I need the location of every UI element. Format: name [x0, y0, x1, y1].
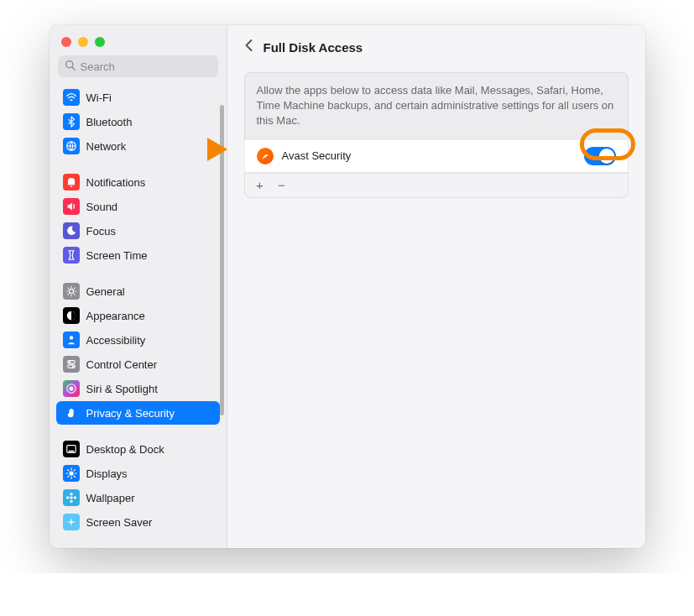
screen-time-icon — [63, 247, 80, 264]
search-icon — [65, 59, 76, 74]
description-text: Allow the apps below to access data like… — [244, 72, 629, 139]
back-button[interactable] — [244, 39, 253, 55]
control-center-icon — [63, 356, 80, 373]
sidebar-item-label: Appearance — [86, 310, 145, 322]
sidebar-item-displays[interactable]: Displays — [56, 462, 220, 485]
sidebar-item-wifi[interactable]: Wi-Fi — [56, 86, 220, 109]
sidebar-item-label: Sound — [86, 201, 118, 213]
svg-point-11 — [69, 386, 73, 390]
sidebar-item-general[interactable]: General — [56, 279, 220, 303]
list-footer: + − — [244, 173, 629, 198]
desktop-dock-icon — [63, 441, 80, 457]
svg-point-9 — [71, 365, 73, 367]
sidebar-item-label: Wallpaper — [86, 492, 135, 504]
appearance-icon — [63, 307, 80, 324]
sidebar-item-control-center[interactable]: Control Center — [56, 352, 220, 376]
main-pane: Full Disk Access Allow the apps below to… — [227, 25, 645, 548]
svg-point-25 — [70, 500, 73, 504]
general-icon — [63, 283, 80, 300]
sidebar-item-label: Control Center — [86, 358, 158, 371]
sidebar-item-privacy[interactable]: Privacy & Security — [56, 401, 220, 425]
svg-line-21 — [67, 476, 68, 477]
svg-point-23 — [70, 496, 73, 499]
svg-point-27 — [73, 496, 76, 499]
minimize-window-button[interactable] — [78, 37, 88, 47]
window-controls — [50, 25, 227, 55]
svg-point-24 — [70, 493, 73, 496]
wifi-icon — [63, 89, 80, 106]
sidebar-item-network[interactable]: Network — [56, 134, 220, 158]
app-row-avast[interactable]: Avast Security — [244, 139, 629, 173]
sidebar-item-label: Network — [86, 140, 127, 153]
search-field[interactable] — [58, 55, 218, 77]
svg-point-26 — [65, 496, 69, 499]
sound-icon — [63, 198, 80, 215]
screensaver-icon — [63, 514, 80, 530]
sidebar-item-label: Desktop & Dock — [86, 443, 164, 456]
svg-line-20 — [74, 476, 75, 477]
main-header: Full Disk Access — [227, 25, 645, 65]
search-input[interactable] — [81, 60, 211, 73]
sidebar-item-label: Displays — [86, 467, 128, 480]
sidebar-item-wallpaper[interactable]: Wallpaper — [56, 486, 220, 509]
sidebar-item-label: General — [86, 285, 125, 298]
page-title: Full Disk Access — [264, 40, 363, 55]
sidebar-list[interactable]: Wi-FiBluetoothNetworkNotificationsSoundF… — [50, 86, 227, 548]
network-icon — [63, 138, 80, 154]
sidebar-item-desktop-dock[interactable]: Desktop & Dock — [56, 437, 220, 461]
remove-app-button[interactable]: − — [274, 177, 290, 194]
sidebar-item-focus[interactable]: Focus — [56, 219, 220, 243]
avast-app-icon — [257, 148, 274, 164]
sidebar-item-bluetooth[interactable]: Bluetooth — [56, 110, 220, 133]
sidebar-item-label: Wi-Fi — [86, 91, 112, 104]
sidebar-item-screensaver[interactable]: Screen Saver — [56, 510, 220, 534]
svg-point-14 — [69, 471, 73, 475]
sidebar: Wi-FiBluetoothNetworkNotificationsSoundF… — [50, 25, 227, 548]
accessibility-icon — [63, 331, 80, 348]
sidebar-item-appearance[interactable]: Appearance — [56, 304, 220, 327]
svg-point-8 — [68, 361, 70, 363]
sidebar-item-notifications[interactable]: Notifications — [56, 170, 220, 194]
wallpaper-icon — [63, 489, 80, 506]
add-app-button[interactable]: + — [252, 177, 269, 194]
sidebar-scrollbar[interactable] — [220, 105, 224, 415]
sidebar-item-label: Screen Time — [86, 249, 148, 262]
displays-icon — [63, 465, 80, 482]
privacy-icon — [63, 405, 80, 421]
close-window-button[interactable] — [61, 37, 71, 47]
sidebar-item-siri[interactable]: Siri & Spotlight — [56, 377, 220, 400]
zoom-window-button[interactable] — [95, 37, 105, 47]
svg-line-19 — [67, 470, 68, 471]
svg-line-1 — [71, 67, 74, 70]
svg-rect-13 — [68, 451, 74, 452]
sidebar-item-label: Bluetooth — [86, 116, 133, 128]
sidebar-item-label: Siri & Spotlight — [86, 383, 158, 395]
sidebar-item-label: Accessibility — [86, 334, 146, 347]
sidebar-item-label: Focus — [86, 225, 116, 238]
sidebar-item-label: Privacy & Security — [86, 407, 175, 420]
app-name: Avast Security — [282, 149, 576, 162]
sidebar-item-accessibility[interactable]: Accessibility — [56, 328, 220, 352]
notifications-icon — [63, 174, 80, 191]
sidebar-item-sound[interactable]: Sound — [56, 195, 220, 218]
app-toggle-avast[interactable] — [584, 147, 616, 165]
svg-point-5 — [69, 336, 72, 339]
sidebar-item-label: Notifications — [86, 176, 146, 189]
svg-line-22 — [74, 470, 75, 471]
bluetooth-icon — [63, 113, 80, 130]
sidebar-item-label: Screen Saver — [86, 516, 153, 529]
content-area: Allow the apps below to access data like… — [227, 65, 645, 205]
sidebar-item-screen-time[interactable]: Screen Time — [56, 243, 220, 267]
focus-icon — [63, 222, 80, 239]
svg-point-3 — [69, 289, 73, 293]
siri-icon — [63, 380, 80, 397]
system-settings-window: Wi-FiBluetoothNetworkNotificationsSoundF… — [50, 25, 645, 548]
